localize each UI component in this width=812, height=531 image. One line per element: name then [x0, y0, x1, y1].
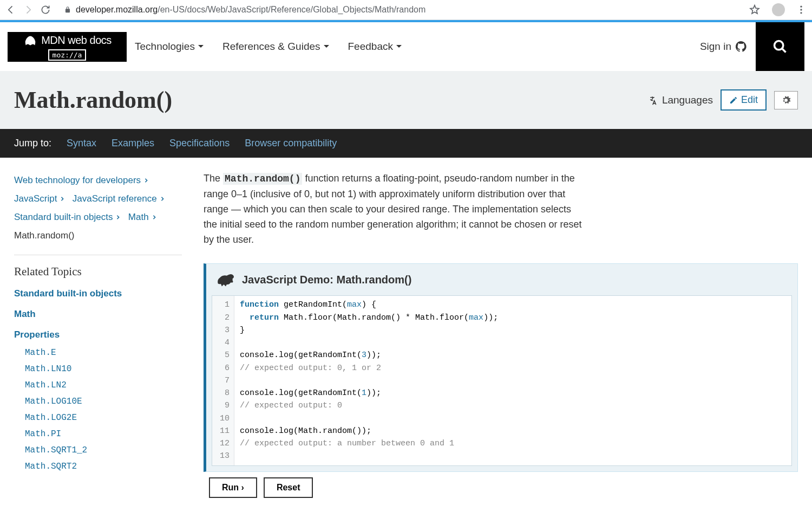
sidebar: Web technology for developers JavaScript… — [14, 171, 182, 498]
jumpto-examples[interactable]: Examples — [112, 138, 154, 149]
dino-icon — [216, 271, 235, 288]
related-link-math[interactable]: Math — [14, 309, 182, 320]
jumpto-specifications[interactable]: Specifications — [169, 138, 230, 149]
intro-paragraph: The Math.random() function returns a flo… — [204, 171, 582, 247]
breadcrumb-item[interactable]: JavaScript reference — [73, 190, 165, 208]
properties-heading[interactable]: Properties — [14, 329, 182, 340]
gear-icon — [781, 95, 791, 105]
page-title: Math.random() — [14, 86, 172, 114]
property-link[interactable]: Math.LOG10E — [25, 397, 182, 406]
chevron-right-icon — [152, 215, 156, 219]
reload-icon — [40, 4, 51, 15]
jumpto-bar: Jump to: Syntax Examples Specifications … — [0, 129, 812, 158]
title-bar: Math.random() Languages Edit — [0, 71, 812, 129]
back-button[interactable] — [5, 4, 16, 15]
caret-down-icon — [198, 44, 204, 49]
search-button[interactable] — [756, 22, 804, 71]
jumpto-compat[interactable]: Browser compatibility — [245, 138, 337, 149]
property-link[interactable]: Math.SQRT1_2 — [25, 445, 182, 455]
example-title: JavaScript Demo: Math.random() — [242, 274, 411, 286]
property-link[interactable]: Math.SQRT2 — [25, 462, 182, 471]
breadcrumb-item[interactable]: JavaScript — [14, 190, 64, 208]
breadcrumb-current: Math.random() — [14, 226, 182, 245]
property-link[interactable]: Math.PI — [25, 429, 182, 439]
breadcrumb-item[interactable]: Standard built-in objects — [14, 208, 120, 226]
profile-avatar[interactable] — [772, 3, 785, 16]
svg-point-3 — [775, 41, 783, 50]
star-icon[interactable] — [749, 4, 760, 15]
mdn-menu-list: Technologies References & Guides Feedbac… — [135, 41, 402, 53]
reload-button[interactable] — [40, 4, 51, 15]
mdn-top-nav: MDN web docs moz://a Technologies Refere… — [0, 22, 812, 71]
arrow-left-icon — [5, 4, 16, 15]
intro-code: Math.random() — [223, 173, 302, 185]
address-bar[interactable]: developer.mozilla.org/en-US/docs/Web/Jav… — [57, 5, 737, 15]
breadcrumb-item[interactable]: Web technology for developers — [14, 171, 148, 190]
breadcrumb: Web technology for developers JavaScript… — [14, 171, 182, 245]
chevron-right-icon — [144, 178, 148, 183]
chevron-right-icon — [116, 215, 120, 219]
mdn-logo[interactable]: MDN web docs moz://a — [8, 32, 127, 62]
settings-button[interactable] — [774, 91, 798, 109]
nav-feedback[interactable]: Feedback — [348, 41, 402, 53]
property-link[interactable]: Math.LN10 — [25, 364, 182, 374]
divider — [14, 255, 182, 255]
run-button[interactable]: Run › — [209, 477, 257, 498]
related-topics-heading: Related Topics — [14, 265, 182, 279]
nav-technologies[interactable]: Technologies — [135, 41, 204, 53]
svg-point-0 — [800, 6, 802, 8]
browser-toolbar: developer.mozilla.org/en-US/docs/Web/Jav… — [0, 0, 812, 20]
signin-link[interactable]: Sign in — [700, 40, 748, 53]
property-link[interactable]: Math.E — [25, 348, 182, 358]
languages-button[interactable]: Languages — [649, 94, 713, 106]
code-content[interactable]: function getRandomInt(max) { return Math… — [234, 296, 503, 465]
reset-button[interactable]: Reset — [264, 477, 313, 498]
github-icon — [735, 40, 748, 53]
jumpto-label: Jump to: — [14, 138, 51, 149]
article: The Math.random() function returns a flo… — [204, 171, 798, 498]
nav-references[interactable]: References & Guides — [222, 41, 329, 53]
mdn-logo-sub: moz://a — [48, 49, 87, 61]
mdn-logo-icon — [23, 33, 38, 48]
mdn-logo-text: MDN web docs — [41, 34, 112, 47]
language-icon — [649, 95, 659, 105]
lock-icon — [64, 6, 71, 14]
line-numbers: 12345678910111213 — [212, 296, 234, 465]
arrow-right-icon — [23, 4, 34, 15]
breadcrumb-item[interactable]: Math — [128, 208, 156, 226]
svg-point-1 — [800, 9, 802, 10]
chevron-right-icon — [60, 197, 64, 201]
search-icon — [772, 39, 788, 54]
chevron-right-icon — [160, 197, 165, 201]
forward-button[interactable] — [23, 4, 34, 15]
code-editor[interactable]: 12345678910111213 function getRandomInt(… — [212, 295, 792, 465]
kebab-menu-icon[interactable] — [796, 4, 807, 15]
caret-down-icon — [396, 44, 402, 49]
property-link[interactable]: Math.LOG2E — [25, 413, 182, 423]
related-link-builtin[interactable]: Standard built-in objects — [14, 288, 182, 299]
pencil-icon — [729, 96, 738, 105]
property-link[interactable]: Math.LN2 — [25, 380, 182, 390]
example-box: JavaScript Demo: Math.random() 123456789… — [204, 263, 798, 471]
jumpto-syntax[interactable]: Syntax — [67, 138, 96, 149]
edit-button[interactable]: Edit — [721, 89, 767, 111]
svg-point-2 — [800, 12, 802, 14]
url-text: developer.mozilla.org/en-US/docs/Web/Jav… — [76, 5, 425, 15]
caret-down-icon — [324, 44, 329, 49]
